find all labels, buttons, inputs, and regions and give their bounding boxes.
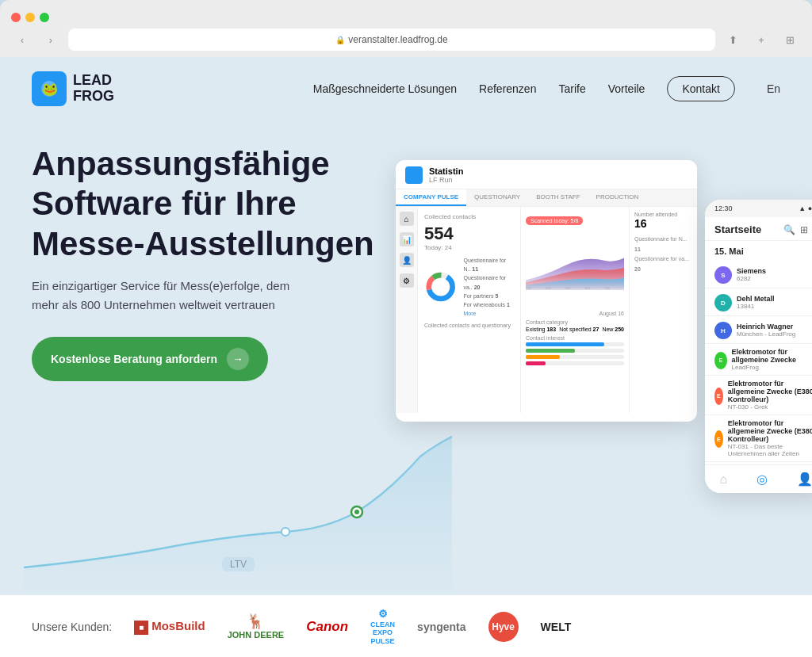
back-button[interactable]: ‹ — [11, 29, 33, 51]
dashboard-tabs: COMPANY PULSE QUESTIONARY BOOTH STAFF PR… — [396, 189, 697, 207]
legend-questionnaire-va: Questionnaire for va.. 20 — [463, 273, 514, 291]
chart-date-label: August 16 — [526, 311, 624, 316]
logo-hyve: Hyve — [488, 612, 519, 642]
nav-links: Maßgeschneiderte Lösungen Referenzen Tar… — [313, 76, 780, 101]
svg-text:4000: 4000 — [584, 287, 590, 290]
nav-link-losungen[interactable]: Maßgeschneiderte Lösungen — [313, 82, 457, 95]
contact-sub-5: NT-030 - Grek — [728, 403, 812, 411]
interest-bar-1 — [526, 342, 624, 346]
dashboard-company: Statistin — [429, 166, 463, 176]
language-selector[interactable]: En — [767, 82, 780, 95]
list-item-elektro3[interactable]: E Elektromotor für allgemeine Zwecke (E3… — [705, 415, 812, 462]
address-bar[interactable]: 🔒 veranstalter.leadfrog.de — [68, 29, 715, 51]
category-not-specified: Not specified 27 — [559, 327, 599, 332]
mobile-screenshot: 12:30 ▲ ● ● Startseite 🔍 ⊞ + 15. Mai ∧ — [705, 200, 812, 493]
mobile-header: Startseite 🔍 ⊞ + — [705, 217, 812, 241]
stat-questionnaire-va: Questionnaire for va... 20 — [634, 254, 692, 274]
close-button[interactable] — [11, 13, 21, 22]
mobile-header-icons: 🔍 ⊞ + — [783, 224, 812, 235]
customers-label: Unsere Kunden: — [32, 621, 112, 633]
stat-questionnaire-n: Questionnaire for N... 11 — [634, 235, 692, 254]
nav-link-referenzen[interactable]: Referenzen — [479, 82, 536, 95]
contact-interest-label: Contact interest — [526, 335, 624, 341]
tab-company-pulse[interactable]: COMPANY PULSE — [396, 189, 466, 206]
logo-clean-expo: ⚙ CLEANEXPOPULSE — [370, 608, 395, 646]
list-item-wagner[interactable]: H Heinrich Wagner München - LeadFrog — [705, 316, 812, 344]
list-item-elektro2[interactable]: E Elektromotor für allgemeine Zwecke (E3… — [705, 376, 812, 415]
bottom-scan-icon[interactable]: ◎ — [756, 472, 768, 487]
bottom-person-icon[interactable]: 👤 — [797, 472, 812, 487]
traffic-lights — [11, 8, 801, 29]
share-button[interactable]: ⬆ — [722, 29, 744, 51]
logo-mosbuild: ■MosBuild — [134, 619, 205, 635]
contact-name-4: Elektromotor für allgemeine Zwecke — [732, 348, 812, 364]
svg-point-4 — [282, 528, 289, 536]
contact-sub-2: 13841 — [737, 303, 775, 310]
category-existing: Existing 183 — [526, 327, 556, 332]
contacts-panel-title: Collected contacts — [424, 213, 514, 220]
fullscreen-button[interactable] — [40, 13, 49, 22]
filter-icon[interactable]: ⊞ — [800, 224, 808, 235]
forward-button[interactable]: › — [40, 29, 62, 51]
sidebar-icon-chart[interactable]: 📊 — [400, 232, 414, 246]
contacts-today: Today: 24 — [424, 244, 514, 251]
browser-toolbar: ‹ › 🔒 veranstalter.leadfrog.de ⬆ + ⊞ — [11, 29, 801, 57]
more-link[interactable]: More — [463, 309, 514, 318]
minimize-button[interactable] — [25, 13, 35, 22]
search-icon[interactable]: 🔍 — [783, 224, 795, 235]
cta-arrow-icon: → — [227, 348, 249, 370]
contact-button[interactable]: Kontakt — [667, 76, 734, 101]
contact-name-3: Heinrich Wagner — [737, 323, 795, 330]
area-chart-panel: Scanned today: 5/8 — [521, 207, 630, 413]
contacts-panel: Collected contacts 554 Today: 24 Questio… — [418, 207, 521, 413]
tab-booth-staff[interactable]: BOOTH STAFF — [528, 189, 588, 206]
contact-category-label: Contact category — [526, 319, 624, 325]
scanned-badge: Scanned today: 5/8 — [526, 216, 583, 225]
mobile-status-bar: 12:30 ▲ ● ● — [705, 200, 812, 217]
bottom-home-icon[interactable]: ⌂ — [720, 472, 728, 487]
nav-link-vorteile[interactable]: Vorteile — [608, 82, 645, 95]
browser-chrome: ‹ › 🔒 veranstalter.leadfrog.de ⬆ + ⊞ — [0, 0, 812, 57]
svg-text:5000: 5000 — [604, 287, 610, 290]
attended-label: Number attended — [634, 212, 692, 217]
mobile-date-section: 15. Mai ∧ — [705, 241, 812, 261]
dashboard-company-sub: LF Run — [429, 176, 463, 184]
mobile-icons: ▲ ● ● — [799, 204, 812, 212]
contact-name-6: Elektromotor für allgemeine Zwecke (E380… — [728, 419, 812, 443]
dashboard-screenshot: Statistin LF Run COMPANY PULSE QUESTIONA… — [396, 160, 697, 422]
list-item-elektro1[interactable]: E Elektromotor für allgemeine Zwecke Lea… — [705, 344, 812, 376]
list-item-siemens[interactable]: S Siemens 6282 — [705, 261, 812, 288]
nav-link-tarife[interactable]: Tarife — [558, 82, 585, 95]
tabs-button[interactable]: ⊞ — [779, 29, 801, 51]
sidebar-icon-contacts[interactable]: 👤 — [400, 253, 414, 267]
svg-text:1000: 1000 — [526, 287, 531, 290]
list-item-dehl[interactable]: D Dehl Metall 13841 — [705, 288, 812, 316]
interest-bar-2 — [526, 349, 624, 353]
logo[interactable]: 🐸 LEAD FROG — [32, 71, 114, 106]
additional-stats: Questionnaire for N... 11 Questionnaire … — [634, 235, 692, 274]
svg-text:2000: 2000 — [546, 287, 551, 290]
sidebar-icon-settings[interactable]: ⚙ — [400, 273, 414, 288]
dashboard-logo-icon — [405, 166, 423, 184]
tab-production[interactable]: PRODUCTION — [588, 189, 647, 206]
logo-syngenta: syngenta — [417, 621, 465, 633]
contact-name-5: Elektromotor für allgemeine Zwecke (E380… — [728, 380, 812, 403]
mobile-date: 15. Mai — [714, 246, 744, 256]
logo-icon: 🐸 — [32, 71, 67, 106]
ltv-main-label: LTV — [222, 557, 255, 571]
tab-questionary[interactable]: QUESTIONARY — [466, 189, 528, 206]
contact-sub-1: 6282 — [737, 275, 766, 282]
donut-chart-area: Questionnaire for N.. 11 Questionnaire f… — [424, 256, 514, 318]
hero-title: Anpassungsfähige Software für Ihre Messe… — [32, 144, 381, 264]
new-tab-button[interactable]: + — [750, 29, 772, 51]
contact-sub-3: München - LeadFrog — [737, 330, 795, 338]
dashboard-header: Statistin LF Run — [396, 160, 697, 189]
donut-legend: Questionnaire for N.. 11 Questionnaire f… — [463, 256, 514, 318]
legend-for-whereabouts: For whereabouts 1 — [463, 300, 514, 309]
area-chart-svg: 1000 2000 3000 4000 5000 — [526, 228, 624, 307]
sidebar-icon-home[interactable]: ⌂ — [400, 212, 414, 226]
cta-button[interactable]: Kostenlose Beratung anfordern → — [32, 337, 268, 381]
mobile-bottom-bar: ⌂ ◎ 👤 — [705, 464, 812, 493]
svg-point-2 — [351, 506, 362, 518]
right-panel: Number attended 16 Questionnaire for N..… — [630, 207, 697, 413]
